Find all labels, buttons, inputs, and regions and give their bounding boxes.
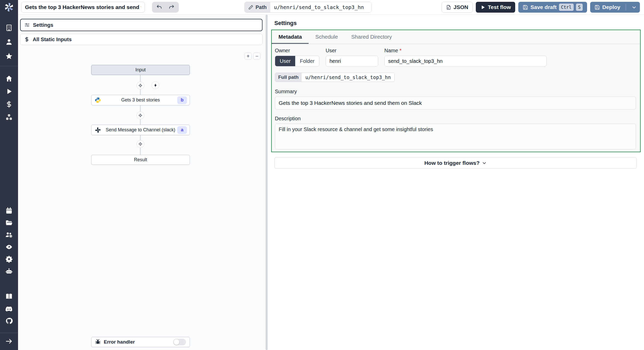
settings-heading: Settings: [274, 20, 297, 27]
schedules-calendar-icon[interactable]: [4, 206, 14, 215]
user-field: User: [326, 48, 378, 66]
error-handler-toggle[interactable]: [173, 339, 186, 345]
path-label: Path: [256, 4, 267, 10]
save-draft-label: Save draft: [530, 4, 557, 10]
zoom-in-button[interactable]: +: [244, 53, 252, 60]
audit-logs-eye-icon[interactable]: [4, 242, 14, 252]
workspace-icon[interactable]: [4, 23, 14, 32]
settings-gear-icon[interactable]: [4, 254, 14, 264]
tab-shared-directory[interactable]: Shared Directory: [345, 30, 399, 44]
user-input[interactable]: [326, 56, 378, 66]
sidebar-divider: [0, 333, 18, 333]
node-step-a-label: Send Message to Channel (slack): [91, 127, 190, 133]
runs-play-icon[interactable]: [4, 87, 14, 96]
deploy-button[interactable]: Deploy: [590, 2, 640, 13]
json-button-label: JSON: [454, 4, 468, 10]
panel-resize-handle[interactable]: [265, 15, 268, 350]
favorites-star-icon[interactable]: [4, 52, 14, 61]
redo-icon: [168, 4, 175, 10]
add-step-button[interactable]: [137, 140, 144, 148]
groups-icon[interactable]: [4, 230, 14, 240]
deploy-separator: [626, 4, 626, 11]
error-handler-node[interactable]: Error handler: [91, 337, 190, 347]
add-trigger-button[interactable]: [151, 81, 159, 89]
all-static-inputs-label: All Static Inputs: [33, 37, 72, 42]
summary-label: Summary: [275, 89, 636, 95]
owner-segmented-control: User Folder: [275, 56, 319, 66]
description-textarea[interactable]: Fill in your Slack resource & channel an…: [275, 124, 636, 149]
topbar: Path JSON Test flow: [18, 0, 644, 15]
error-handler-label: Error handler: [104, 339, 135, 345]
bug-icon: [95, 339, 101, 345]
folders-icon[interactable]: [4, 218, 14, 227]
sidebar-divider: [0, 66, 18, 66]
docs-book-icon[interactable]: [4, 292, 14, 301]
toggle-knob: [174, 339, 179, 345]
node-result-label: Result: [91, 157, 190, 163]
add-step-button[interactable]: [137, 112, 144, 119]
flow-node-step-a[interactable]: Send Message to Channel (slack) a: [91, 125, 190, 135]
kbd-ctrl: Ctrl: [559, 4, 574, 11]
full-path-value: u/henri/send_to_slack_top3_hn: [302, 73, 394, 82]
tab-metadata[interactable]: Metadata: [272, 30, 309, 44]
flow-settings-button[interactable]: Settings: [20, 19, 262, 31]
sidebar: [0, 0, 18, 350]
home-icon[interactable]: [4, 74, 14, 83]
add-step-button[interactable]: [137, 82, 144, 89]
full-path-label: Full path: [275, 73, 302, 82]
summary-field: Summary: [275, 89, 636, 109]
flow-graph-panel: Settings All Static Inputs + − Input: [18, 15, 265, 350]
test-flow-label: Test flow: [488, 4, 511, 10]
json-button[interactable]: JSON: [442, 2, 473, 13]
windmill-flow-editor: Path JSON Test flow: [0, 0, 644, 350]
node-input-label: Input: [91, 67, 190, 73]
github-icon[interactable]: [4, 316, 14, 326]
chevron-down-icon: [631, 5, 637, 10]
node-step-a-badge: a: [177, 126, 187, 134]
discord-icon[interactable]: [4, 304, 14, 313]
path-input[interactable]: [270, 2, 371, 12]
path-edit-badge[interactable]: Path: [245, 2, 270, 12]
name-input[interactable]: [384, 56, 547, 66]
test-flow-button[interactable]: Test flow: [476, 2, 515, 13]
path-group: Path: [244, 2, 371, 13]
sliders-icon: [24, 22, 30, 28]
variables-dollar-icon[interactable]: [4, 100, 14, 109]
ai-robot-icon[interactable]: [4, 267, 14, 276]
owner-option-folder[interactable]: Folder: [295, 56, 319, 66]
resources-icon[interactable]: [4, 113, 14, 122]
summary-input[interactable]: [275, 97, 636, 109]
deploy-label: Deploy: [602, 4, 620, 10]
tab-schedule[interactable]: Schedule: [309, 30, 345, 44]
owner-field: Owner User Folder: [275, 48, 319, 66]
description-label: Description: [275, 116, 636, 122]
owner-label: Owner: [275, 48, 319, 54]
expand-sidebar-arrow-icon[interactable]: [4, 337, 14, 346]
main-area: Path JSON Test flow: [18, 0, 644, 350]
lightning-icon: [153, 83, 158, 88]
content-split: Settings All Static Inputs + − Input: [18, 15, 644, 350]
all-static-inputs-button[interactable]: All Static Inputs: [20, 34, 262, 45]
deploy-dropdown-button[interactable]: [628, 2, 640, 13]
dollar-icon: [24, 37, 30, 42]
flow-node-result[interactable]: Result: [91, 155, 190, 165]
account-icon[interactable]: [4, 37, 14, 47]
name-field: Name *: [384, 48, 547, 66]
metadata-box: Metadata Schedule Shared Directory Owner…: [271, 30, 641, 152]
save-draft-button[interactable]: Save draft Ctrl S: [518, 2, 587, 13]
flow-settings-label: Settings: [33, 22, 53, 28]
full-path-chip: Full path u/henri/send_to_slack_top3_hn: [275, 73, 395, 82]
zoom-out-button[interactable]: −: [253, 53, 260, 60]
redo-button[interactable]: [165, 3, 178, 12]
name-label: Name *: [384, 48, 547, 54]
flow-node-step-b[interactable]: Gets 3 best stories b: [91, 95, 190, 105]
settings-panel: Settings Metadata Schedule Shared Direct…: [268, 15, 644, 350]
owner-option-user[interactable]: User: [275, 56, 295, 66]
windmill-logo-icon[interactable]: [4, 2, 14, 12]
flow-title-input[interactable]: [21, 2, 145, 13]
settings-tabs: Metadata Schedule Shared Directory: [272, 30, 640, 44]
how-to-trigger-flows-button[interactable]: How to trigger flows?: [274, 157, 637, 169]
trigger-help-label: How to trigger flows?: [424, 160, 480, 166]
undo-button[interactable]: [153, 3, 165, 12]
flow-node-input[interactable]: Input: [91, 65, 190, 75]
